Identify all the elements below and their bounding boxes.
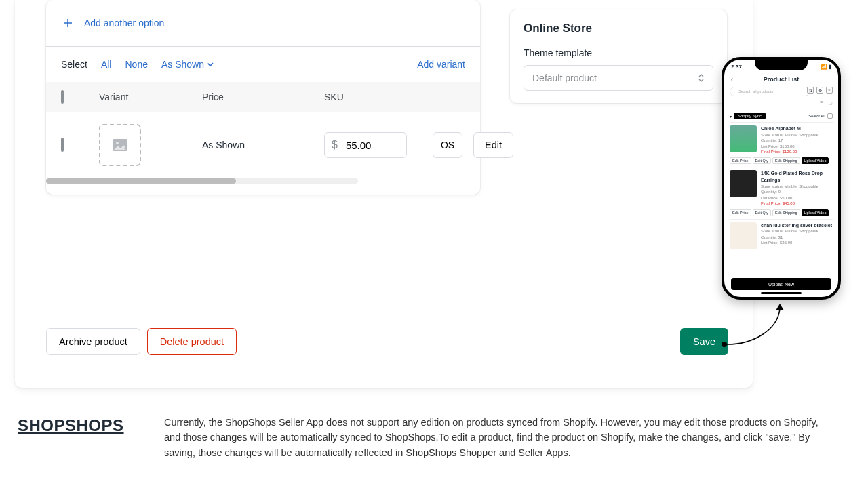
horizontal-scrollbar[interactable]: [46, 178, 358, 184]
caret-down-icon: [207, 61, 214, 68]
phone-upload-new-button[interactable]: Upload New: [731, 278, 831, 290]
variant-image-picker[interactable]: [99, 124, 141, 166]
select-all-checkbox-phone[interactable]: [827, 113, 833, 119]
select-updown-icon: [698, 73, 705, 83]
select-asshown-dropdown[interactable]: As Shown: [161, 59, 214, 70]
chevron-down-icon[interactable]: ▾: [730, 114, 732, 119]
select-row: Select All None As Shown Add variant: [46, 47, 480, 82]
variant-row: As Shown $ Edit: [46, 112, 480, 178]
product-thumb: [730, 170, 757, 197]
select-all-label: Select All: [808, 114, 825, 118]
variant-name: As Shown: [202, 140, 245, 150]
select-label: Select: [61, 59, 87, 70]
phone-toolbar-icons: ⇅ ⚙ ≡: [807, 87, 833, 94]
add-variant-link[interactable]: Add variant: [417, 59, 465, 70]
col-sku: SKU: [324, 92, 433, 102]
divider: [46, 317, 728, 317]
variant-table-header: Variant Price SKU: [46, 82, 480, 112]
product-name: 14K Gold Plated Rose Drop Earrings: [761, 170, 833, 184]
sort-icon[interactable]: ⇅: [807, 87, 814, 94]
phone-list-item[interactable]: chan luu sterling silver bracelet Store …: [730, 219, 833, 252]
phone-mock: 2:37 📶 ▮ ‹ Product List Search all produ…: [722, 57, 841, 300]
select-all-checkbox[interactable]: [61, 90, 64, 104]
edit-variant-button[interactable]: Edit: [473, 132, 513, 158]
phone-item-actions: Edit Price Edit Qty Edit Shipping Upload…: [730, 157, 833, 164]
shopshops-logo: SHOPSHOPS: [18, 416, 124, 435]
variants-panel: Add another option Select All None As Sh…: [46, 0, 480, 195]
shopify-sync-badge: Shopify Sync: [734, 113, 766, 119]
col-price: Price: [202, 92, 324, 102]
archive-product-button[interactable]: Archive product: [46, 328, 140, 355]
currency-symbol: $: [325, 139, 344, 151]
template-label: Theme template: [524, 47, 713, 58]
add-option-button[interactable]: Add another option: [46, 0, 480, 47]
phone-time: 2:37: [731, 64, 742, 70]
phone-title: Product List: [724, 76, 838, 83]
footer-actions: Archive product Delete product Save: [46, 328, 728, 355]
phone-product-list[interactable]: Chloe Alphabet M Store status: Visible, …: [730, 122, 833, 270]
edit-shipping-button[interactable]: Edit Shipping: [772, 209, 800, 216]
phone-status-icons: 📶 ▮: [821, 64, 831, 70]
row-checkbox[interactable]: [61, 138, 64, 152]
phone-home-indicator: [761, 292, 802, 294]
phone-sync-row: ▾ Shopify Sync Select All: [730, 113, 833, 119]
online-store-title: Online Store: [524, 22, 713, 35]
select-all-link[interactable]: All: [101, 59, 112, 70]
phone-list-item[interactable]: Chloe Alphabet M Store status: Visible, …: [730, 122, 833, 167]
online-store-card: Online Store Theme template Default prod…: [510, 9, 727, 103]
tab-list-icon[interactable]: ☰: [820, 100, 823, 105]
phone-item-actions: Edit Price Edit Qty Edit Shipping Upload…: [730, 209, 833, 216]
delete-product-button[interactable]: Delete product: [147, 328, 237, 355]
product-thumb: [730, 222, 757, 249]
edit-qty-button[interactable]: Edit Qty: [753, 209, 772, 216]
phone-list-item[interactable]: 14K Gold Plated Rose Drop Earrings Store…: [730, 167, 833, 218]
edit-qty-button[interactable]: Edit Qty: [753, 157, 772, 164]
phone-statusbar: 2:37 📶 ▮: [731, 64, 831, 70]
template-value: Default product: [532, 73, 597, 83]
add-option-label: Add another option: [84, 18, 164, 28]
tab-bag-icon[interactable]: ▢: [829, 100, 833, 105]
upload-video-button[interactable]: Upload Video: [802, 209, 829, 216]
save-to-phone-arrow: [712, 297, 788, 351]
product-name: chan luu sterling silver bracelet: [761, 222, 832, 229]
price-input-wrap: $: [324, 132, 407, 158]
upload-video-button[interactable]: Upload Video: [802, 157, 829, 164]
select-none-link[interactable]: None: [125, 59, 147, 70]
price-input[interactable]: [344, 139, 392, 152]
plus-icon: [61, 16, 75, 30]
edit-shipping-button[interactable]: Edit Shipping: [772, 157, 800, 164]
svg-point-1: [116, 142, 119, 144]
svg-point-3: [722, 342, 727, 347]
explanation-text: Currently, the ShopShops Seller App does…: [164, 415, 823, 460]
filter-icon[interactable]: ⚙: [816, 87, 823, 94]
product-thumb: [730, 125, 757, 152]
menu-icon[interactable]: ≡: [826, 87, 833, 94]
phone-search-input[interactable]: Search all products: [730, 87, 810, 96]
sku-input[interactable]: [433, 132, 462, 158]
template-select[interactable]: Default product: [524, 65, 713, 91]
edit-price-button[interactable]: Edit Price: [730, 157, 751, 164]
edit-price-button[interactable]: Edit Price: [730, 209, 751, 216]
phone-minitabs: ☰ ▢: [730, 100, 833, 105]
col-variant: Variant: [99, 92, 202, 102]
product-name: Chloe Alphabet M: [761, 125, 818, 132]
admin-card: Add another option Select All None As Sh…: [15, 0, 753, 388]
